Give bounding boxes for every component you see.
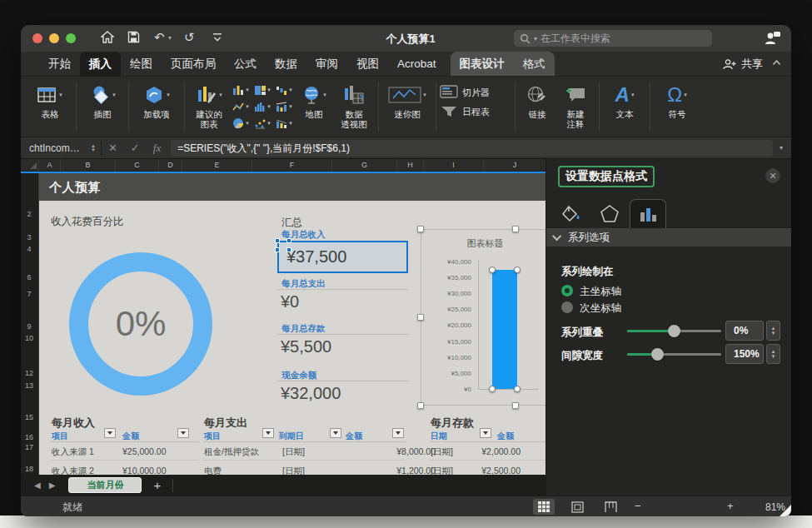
income-row-item[interactable]: 收入来源 2 [52,466,94,475]
symbol-button[interactable]: Ω▾ 符号 [654,81,700,119]
effects-tab[interactable] [591,199,628,228]
series-overlap-value[interactable]: 0% [725,321,764,341]
tab-draw[interactable]: 绘图 [121,52,162,76]
sparkline-button[interactable]: ▾ 迷你图 [382,81,432,119]
cancel-entry-icon[interactable]: ✕ [108,142,117,154]
row-header[interactable]: 17 [21,443,37,451]
insert-function-icon[interactable]: fx [153,142,161,155]
filter-dropdown-button[interactable] [262,428,274,438]
slicer-button[interactable]: 切片器 [440,85,511,100]
filter-dropdown-button[interactable] [480,428,491,438]
normal-view-button[interactable] [533,499,555,515]
chart-resize-handle[interactable] [417,226,424,232]
column-chart-button[interactable]: ▾ [232,85,249,96]
expense-row-due[interactable]: [日期] [282,446,305,458]
minimize-window-button[interactable] [49,33,59,43]
page-layout-view-button[interactable] [566,499,588,515]
gap-width-slider-thumb[interactable] [651,348,664,361]
filter-dropdown-button[interactable] [392,428,404,438]
row-header[interactable]: 15 [21,413,37,421]
column-header-j[interactable]: J [484,159,545,171]
scatter-chart-button[interactable]: ▾ [254,118,271,129]
undo-icon[interactable]: ↶ [154,29,165,46]
active-sheet-tab[interactable]: 当前月份 [68,477,142,493]
name-box-stepper[interactable]: ▲▼ [91,144,96,152]
savings-row-amount[interactable]: ¥2,500.00 [462,466,521,475]
tab-formulas[interactable]: 公式 [225,52,266,76]
maps-button[interactable]: ▾ 地图 [295,81,333,119]
row-header[interactable]: 4 [21,245,37,253]
series-overlap-stepper[interactable]: ▲▼ [766,321,780,341]
series-options-tab[interactable] [630,199,666,228]
close-window-button[interactable] [32,33,42,43]
expense-row-item[interactable]: 电费 [204,466,222,475]
confirm-entry-icon[interactable]: ✓ [131,142,140,154]
illustrations-button[interactable]: ▾ 插图 [80,81,125,119]
zoom-window-button[interactable] [66,33,76,43]
expense-row-amount[interactable]: ¥1,200.00 [371,466,436,475]
tab-data[interactable]: 数据 [266,52,306,76]
chart-resize-handle[interactable] [417,314,424,321]
tab-home[interactable]: 开始 [39,52,80,76]
recommended-charts-button[interactable]: ▾ 建议的 图表 [188,81,230,129]
row-header[interactable]: 6 [21,273,37,281]
select-all-corner[interactable] [21,159,39,171]
filter-dropdown-button[interactable] [330,428,341,438]
chart-resize-handle[interactable] [417,402,424,409]
row-header[interactable]: 9 [21,322,37,331]
series-overlap-slider-thumb[interactable] [668,325,680,337]
customize-toolbar-icon[interactable] [212,32,222,42]
search-input[interactable]: ▾ 在工作表中搜索 [514,30,712,47]
account-avatar-icon[interactable] [763,29,781,47]
embedded-bar-chart[interactable]: 图表标题 ¥40,000 ¥35,000 ¥30,000 ¥25,000 ¥20… [421,229,545,406]
save-icon[interactable] [127,31,140,43]
column-header-g[interactable]: G [332,159,397,171]
row-header[interactable]: 12 [21,369,37,377]
funnel-chart-button[interactable]: ▾ [276,118,292,129]
row-header[interactable]: 3 [21,233,37,242]
expense-row-due[interactable]: [日期] [282,466,305,475]
income-row-amount[interactable]: ¥10,000.00 [122,466,167,475]
filter-dropdown-button[interactable] [104,428,116,438]
tab-chart-design[interactable]: 图表设计 [451,52,514,76]
histogram-chart-button[interactable]: ▾ [254,102,271,112]
link-button[interactable]: 链接 [519,81,555,119]
worksheet-grid[interactable]: A B C D E F G H I J 2 3 4 6 7 9 10 12 [21,159,545,475]
data-point-handle[interactable] [514,386,521,392]
window-resize-grip[interactable] [780,505,791,516]
selection-handle[interactable] [275,238,280,243]
formula-input[interactable]: =SERIES("收入",{" "},当前月份!$F$6,1) [171,140,773,157]
home-icon[interactable] [101,31,114,43]
tables-button[interactable]: ▾ 表格 [27,81,72,119]
formula-bar-expand-caret[interactable]: ▾ [780,144,783,152]
secondary-axis-radio[interactable] [561,301,573,313]
savings-row-date[interactable]: [日期] [431,466,453,475]
search-scope-caret[interactable]: ▾ [534,35,537,42]
tab-acrobat[interactable]: Acrobat [388,52,446,76]
expense-row-item[interactable]: 租金/抵押贷款 [204,446,259,458]
zoom-in-button[interactable]: + [727,500,734,512]
combo-chart-button[interactable]: ▾ [276,102,292,112]
column-header-b[interactable]: B [61,159,116,171]
selection-handle[interactable] [286,238,291,243]
new-comment-button[interactable]: 新建 注释 [555,81,595,129]
next-sheet-arrow[interactable]: ▶ [49,481,56,490]
income-bar[interactable] [492,270,517,389]
text-button[interactable]: A▾ 文本 [603,81,646,119]
data-point-handle[interactable] [514,266,521,273]
addins-button[interactable]: ▾ 加载项 [132,81,181,119]
row-header[interactable]: 16 [21,433,37,441]
column-header-f[interactable]: F [252,159,332,171]
tab-view[interactable]: 视图 [347,52,388,76]
selection-handle[interactable] [275,247,280,252]
column-header-d[interactable]: D [159,159,182,171]
redo-icon[interactable]: ↺ [184,29,195,46]
row-header[interactable]: 18 [21,465,37,473]
total-savings-value[interactable]: ¥5,500 [281,337,331,356]
chart-resize-handle[interactable] [512,226,519,232]
add-sheet-button[interactable]: + [153,478,161,492]
tab-review[interactable]: 审阅 [306,52,347,76]
undo-dropdown-caret[interactable]: ▾ [168,34,172,42]
selection-handle[interactable] [286,247,291,252]
zoom-out-button[interactable]: − [635,500,641,512]
